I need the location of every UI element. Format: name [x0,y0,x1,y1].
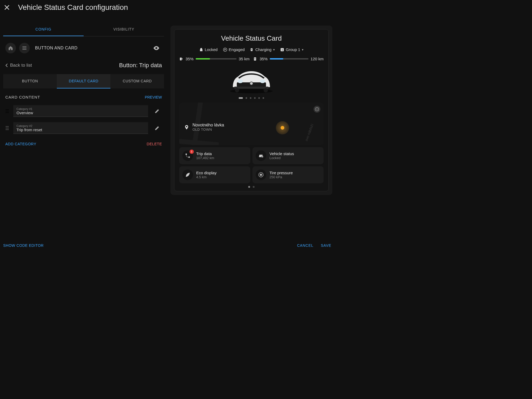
category-row: Category #1 Overview [3,103,164,120]
dialog-title: Vehicle Status Card configuration [18,3,128,12]
category-value: Trip from reset [16,128,145,132]
visibility-icon[interactable] [153,45,162,52]
pager-dot[interactable] [239,97,243,99]
pager-dot[interactable] [246,97,247,99]
location-street: Novotného lávka [192,123,224,128]
pager-dot[interactable] [263,97,264,99]
status-label: Charging [255,47,272,52]
tile-tire-pressure[interactable]: Tire pressure 250 kPa [252,166,324,183]
close-icon[interactable] [4,5,13,10]
status-engaged[interactable]: P Engaged [223,47,245,52]
category-value: Overview [16,111,145,115]
parking-icon: P [223,48,227,52]
svg-point-2 [7,109,8,110]
pager-dot[interactable] [254,97,256,99]
svg-point-4 [6,111,7,112]
category-input[interactable]: Category #2 Trip from reset [13,122,148,134]
tile-title: Vehicle status [269,151,294,156]
delete-button[interactable]: DELETE [147,142,162,146]
lock-icon [199,48,203,52]
subtab-custom-card[interactable]: CUSTOM CARD [110,74,164,88]
pager-dot[interactable] [250,97,251,99]
pager-dot[interactable] [248,186,250,188]
tab-visibility[interactable]: VISIBILITY [84,23,164,36]
svg-point-6 [8,111,9,112]
status-locked[interactable]: Locked [199,47,217,52]
chevron-down-icon: ▾ [273,48,275,52]
main-tabs: CONFIG VISIBILITY [3,23,164,36]
section-label: CARD CONTENT [5,95,40,99]
svg-point-15 [8,128,9,129]
image-pager[interactable] [179,97,324,99]
svg-point-29 [260,79,265,83]
alert-badge: ! [190,150,194,154]
pencil-icon[interactable] [152,108,162,114]
svg-point-31 [250,82,253,85]
card-title: Vehicle Status Card [179,34,324,43]
route-icon: ! [182,150,193,161]
svg-rect-24 [180,57,182,60]
svg-point-37 [186,154,187,155]
svg-point-12 [8,126,9,127]
fuel-distance: 35 km [239,57,250,61]
svg-point-1 [6,109,7,110]
cancel-button[interactable]: CANCEL [297,243,314,248]
back-to-list-link[interactable]: Back to list [5,63,32,68]
tile-subtitle: Locked [269,156,294,160]
map-pin-icon [184,124,189,130]
map-label: ovo nábřeží [304,123,314,142]
category-label: Category #1 [16,107,145,111]
svg-point-3 [8,109,9,110]
tile-title: Eco display [196,171,217,175]
fuel-icon [179,57,183,61]
drag-handle-icon[interactable] [5,108,9,114]
svg-point-5 [7,111,8,112]
tire-icon [256,169,266,180]
svg-point-40 [262,156,263,157]
pager-dot[interactable] [253,186,255,188]
svg-point-28 [238,79,243,83]
back-label: Back to list [10,63,32,68]
tile-eco-display[interactable]: Eco display 4.5 km [179,166,250,183]
subtab-button[interactable]: BUTTON [3,74,57,88]
map[interactable]: Novotného lávka OLD TOWN ovo nábřeží [179,103,324,145]
tile-title: Trip data [196,151,214,156]
ev-range: 35% 120 km [253,57,324,61]
svg-point-11 [7,126,8,127]
ev-station-icon [250,48,254,52]
status-group[interactable]: 1 Group 1 ▾ [280,47,303,52]
status-charging[interactable]: Charging ▾ [250,47,275,52]
leaf-icon [182,169,193,180]
tab-config[interactable]: CONFIG [3,23,84,36]
tile-title: Tire pressure [269,171,293,175]
tile-trip-data[interactable]: ! Trip data 107,492 km [179,147,250,164]
vehicle-image[interactable] [179,66,324,99]
pencil-icon[interactable] [152,125,162,131]
ev-progress [270,58,308,60]
menu-icon[interactable] [19,43,30,53]
preview-link[interactable]: PREVIEW [145,95,162,99]
show-code-editor-button[interactable]: SHOW CODE EDITOR [3,243,44,248]
car-cog-icon [256,150,266,161]
svg-point-33 [235,88,239,92]
svg-point-10 [6,126,7,127]
home-icon[interactable] [5,43,16,53]
toolbar-label: BUTTON AND CARD [35,46,78,50]
svg-point-36 [186,126,187,127]
chevron-left-icon [5,63,8,67]
subtab-default-card[interactable]: DEFAULT CARD [57,74,110,88]
svg-point-9 [8,112,9,113]
compass-icon[interactable] [314,106,320,113]
svg-text:P: P [224,48,226,51]
card-pager[interactable] [179,186,324,188]
category-label: Category #2 [16,124,145,128]
add-category-button[interactable]: ADD CATEGORY [5,142,36,146]
tile-vehicle-status[interactable]: Vehicle status Locked [252,147,324,164]
tile-subtitle: 250 kPa [269,175,293,179]
save-button[interactable]: SAVE [321,243,331,248]
drag-handle-icon[interactable] [5,125,9,131]
svg-point-13 [6,128,7,129]
category-input[interactable]: Category #1 Overview [13,105,148,117]
status-label: Locked [205,47,217,52]
pager-dot[interactable] [258,97,260,99]
